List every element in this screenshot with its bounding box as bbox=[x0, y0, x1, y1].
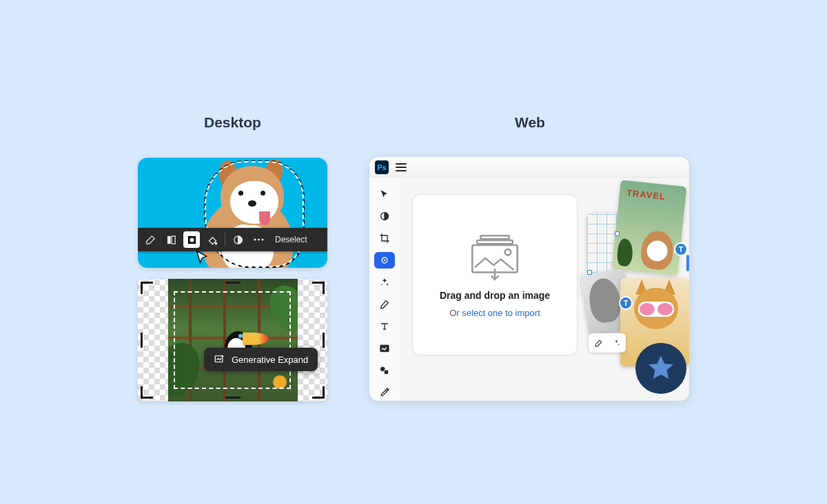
desktop-preview-selection: Deselect bbox=[138, 158, 327, 268]
crop-handle[interactable] bbox=[323, 333, 325, 348]
crop-handle[interactable] bbox=[225, 282, 241, 284]
heading-desktop: Desktop bbox=[204, 114, 261, 131]
scrollbar-thumb[interactable] bbox=[686, 255, 689, 271]
drop-subtitle: Or select one to import bbox=[449, 308, 540, 318]
example-collage: TRAVEL T T bbox=[587, 183, 689, 397]
add-mask-icon[interactable] bbox=[163, 231, 179, 248]
fill-bucket-icon[interactable] bbox=[204, 231, 221, 248]
quick-actions-icon[interactable] bbox=[374, 274, 395, 291]
crop-handle[interactable] bbox=[312, 386, 325, 399]
text-layer-badge-icon[interactable]: T bbox=[619, 296, 633, 310]
type-tool-icon[interactable] bbox=[374, 318, 395, 335]
generative-expand-label: Generative Expand bbox=[232, 355, 308, 365]
adjustments-icon[interactable] bbox=[229, 231, 246, 248]
collage-travel-label: TRAVEL bbox=[626, 187, 666, 202]
generative-expand-button[interactable]: Generative Expand bbox=[204, 348, 318, 371]
shapes-tool-icon[interactable] bbox=[374, 362, 395, 379]
more-options-icon[interactable] bbox=[250, 231, 267, 248]
collage-travel-card: TRAVEL bbox=[611, 180, 686, 275]
selection-handle[interactable] bbox=[587, 270, 592, 275]
svg-rect-16 bbox=[477, 240, 513, 244]
svg-rect-1 bbox=[172, 235, 175, 243]
svg-point-4 bbox=[215, 242, 217, 244]
eyedropper-tool-icon[interactable] bbox=[374, 384, 395, 401]
desktop-preview-generative-expand: Generative Expand bbox=[138, 279, 327, 401]
move-tool-icon[interactable] bbox=[374, 186, 395, 202]
cursor-arrow-icon bbox=[195, 250, 210, 265]
crop-handle[interactable] bbox=[225, 397, 241, 399]
photoshop-logo-icon[interactable]: Ps bbox=[375, 160, 389, 174]
hamburger-menu-icon[interactable] bbox=[396, 163, 407, 171]
web-app-window: Ps bbox=[369, 157, 689, 401]
web-left-toolbar bbox=[369, 178, 400, 401]
web-app-topbar: Ps bbox=[369, 157, 689, 178]
svg-point-8 bbox=[261, 238, 263, 240]
svg-point-7 bbox=[257, 238, 259, 240]
crop-handle[interactable] bbox=[141, 386, 153, 399]
adjustments-tool-icon[interactable] bbox=[374, 208, 395, 224]
drop-title: Drag and drop an image bbox=[440, 290, 550, 301]
select-to-import-link[interactable]: select one to import bbox=[462, 308, 540, 318]
selection-handle[interactable] bbox=[615, 231, 620, 236]
brush-tool-icon[interactable] bbox=[374, 296, 395, 313]
text-layer-badge-icon[interactable]: T bbox=[674, 242, 688, 256]
photo-content bbox=[168, 279, 298, 401]
svg-rect-14 bbox=[384, 370, 388, 374]
heal-tool-icon[interactable] bbox=[374, 252, 395, 269]
image-stack-icon bbox=[465, 232, 524, 283]
floating-mini-toolbar bbox=[589, 333, 626, 353]
crop-tool-icon[interactable] bbox=[374, 230, 395, 246]
svg-point-6 bbox=[254, 238, 256, 240]
star-badge-icon[interactable] bbox=[635, 343, 686, 394]
crop-handle[interactable] bbox=[141, 282, 153, 294]
image-tool-icon[interactable] bbox=[374, 340, 395, 357]
web-canvas: Drag and drop an image Or select one to … bbox=[400, 178, 689, 401]
crop-handle[interactable] bbox=[141, 333, 143, 348]
magic-icon[interactable] bbox=[609, 336, 623, 350]
drop-zone[interactable]: Drag and drop an image Or select one to … bbox=[412, 194, 578, 355]
svg-point-18 bbox=[505, 249, 511, 255]
invert-mask-icon[interactable] bbox=[183, 231, 200, 248]
contextual-taskbar: Deselect bbox=[138, 228, 327, 251]
svg-point-3 bbox=[190, 238, 194, 242]
edit-icon[interactable] bbox=[591, 336, 605, 350]
crop-handle[interactable] bbox=[312, 282, 325, 294]
deselect-button[interactable]: Deselect bbox=[271, 235, 312, 244]
brush-tool-icon[interactable] bbox=[142, 231, 159, 248]
heading-web: Web bbox=[515, 114, 545, 131]
svg-rect-15 bbox=[480, 235, 509, 239]
svg-rect-0 bbox=[167, 235, 170, 243]
svg-rect-12 bbox=[380, 345, 389, 351]
